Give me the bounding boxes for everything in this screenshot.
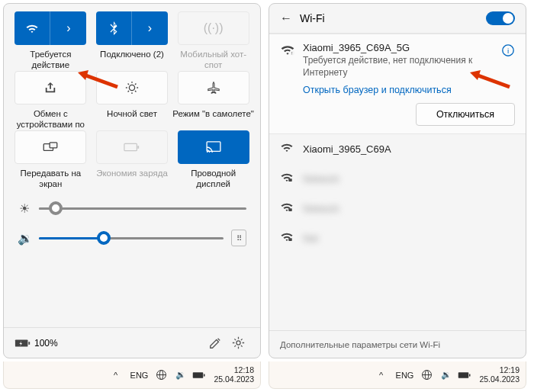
volume-tray-icon[interactable]: 🔉 (439, 370, 453, 380)
taskbar-clock[interactable]: 12:1925.04.2023 (479, 366, 520, 384)
battery-saver-tile[interactable] (96, 130, 168, 164)
night-light-label: Ночной свет (107, 109, 157, 130)
brightness-icon: ☀ (18, 201, 31, 216)
project-icon (43, 142, 58, 153)
chevron-right-icon: › (148, 21, 152, 35)
wifi-more-settings[interactable]: Дополнительные параметры сети Wi-Fi (269, 330, 526, 358)
quick-settings-footer: 100% (4, 327, 260, 358)
svg-line-8 (135, 84, 136, 85)
hotspot-tile-label: Мобильный хот-спот (172, 50, 254, 71)
nearby-share-label: Обмен с устройствами по (10, 109, 92, 130)
svg-rect-13 (207, 142, 220, 151)
wifi-tile[interactable]: › (14, 11, 86, 45)
info-icon[interactable]: i (501, 43, 515, 57)
language-indicator[interactable]: ENG (130, 371, 149, 380)
cast-tile[interactable] (178, 130, 249, 164)
bluetooth-tile[interactable]: › (96, 11, 168, 45)
svg-point-0 (129, 85, 134, 90)
svg-line-5 (128, 84, 129, 85)
quick-settings-panel: › Требуется действие › Подключено (2) ((… (3, 3, 261, 358)
wifi-network-item[interactable]: Net (269, 223, 526, 253)
tray-chevron-icon[interactable]: ^ (375, 371, 388, 380)
airplane-label: Режим "в самолете" (172, 109, 254, 130)
wifi-panel-title: Wi-Fi (300, 12, 478, 24)
volume-tray-icon[interactable]: 🔉 (174, 370, 188, 380)
svg-rect-12 (137, 146, 139, 149)
svg-rect-33 (469, 374, 471, 376)
wifi-icon (25, 23, 39, 34)
svg-rect-27 (193, 372, 204, 378)
svg-point-16 (236, 341, 240, 345)
audio-output-icon[interactable]: ⠿ (231, 230, 246, 246)
brightness-slider[interactable]: ☀ (4, 198, 260, 219)
hotspot-icon: ((·)) (204, 21, 224, 35)
wifi-network-item[interactable]: Network (269, 164, 526, 194)
svg-text:i: i (507, 47, 509, 55)
volume-icon: 🔉 (18, 231, 31, 246)
wifi-lock-icon (280, 231, 294, 242)
edit-button[interactable] (204, 332, 227, 355)
cast-label: Проводной дисплей (172, 169, 254, 190)
tray-chevron-icon[interactable]: ^ (109, 371, 123, 380)
taskbar-clock[interactable]: 12:1825.04.2023 (214, 366, 254, 384)
wifi-network-item[interactable]: Network (269, 194, 526, 223)
volume-slider[interactable]: 🔉 ⠿ (4, 227, 260, 249)
wifi-network-item[interactable]: Xiaomi_3965_C69A (269, 134, 526, 164)
wifi-panel: ← Wi-Fi ! i Xiaomi_3965_C69A_5G Требуетс… (269, 3, 526, 358)
wifi-icon (280, 142, 294, 153)
sun-icon (125, 81, 139, 95)
airplane-tile[interactable] (178, 71, 249, 104)
battery-leaf-icon (124, 143, 140, 152)
svg-rect-22 (288, 208, 292, 211)
svg-line-6 (135, 91, 136, 92)
wifi-disconnect-button[interactable]: Отключиться (416, 103, 515, 126)
wifi-network-name: Net (303, 233, 515, 244)
svg-rect-11 (124, 143, 137, 150)
bluetooth-icon (109, 21, 118, 35)
svg-line-7 (128, 91, 129, 92)
taskbar: ^ ENG 🔉 12:1825.04.2023 (3, 361, 261, 389)
back-button[interactable]: ← (280, 11, 292, 25)
battery-tray-icon[interactable] (192, 371, 206, 379)
project-tile[interactable] (14, 130, 86, 164)
svg-rect-10 (50, 143, 57, 148)
wifi-lock-icon (280, 172, 294, 182)
wifi-network-name: Network (303, 173, 515, 185)
svg-rect-15 (28, 342, 30, 345)
chevron-right-icon: › (66, 21, 70, 35)
battery-icon (14, 339, 31, 348)
hotspot-tile[interactable]: ((·)) (178, 11, 249, 45)
svg-rect-32 (458, 372, 469, 378)
battery-tray-icon[interactable] (458, 371, 471, 379)
wifi-tile-label: Требуется действие (10, 50, 92, 71)
wifi-toggle[interactable] (486, 11, 515, 25)
language-indicator[interactable]: ENG (396, 371, 414, 380)
cast-icon (206, 141, 221, 153)
network-tray-icon[interactable] (156, 369, 169, 381)
project-label: Передавать на экран (10, 169, 92, 190)
wifi-warning-icon: ! (280, 43, 295, 56)
wifi-network-name: Xiaomi_3965_C69A_5G (303, 42, 515, 53)
annotation-arrow (468, 70, 511, 90)
battery-percent: 100% (34, 338, 58, 349)
wifi-network-name: Network (303, 203, 515, 214)
airplane-icon (207, 81, 220, 95)
svg-rect-28 (204, 374, 205, 376)
network-tray-icon[interactable] (421, 369, 435, 381)
settings-button[interactable] (227, 332, 249, 355)
wifi-network-name: Xiaomi_3965_C69A (303, 143, 515, 155)
wifi-lock-icon (280, 201, 294, 212)
taskbar: ^ ENG 🔉 12:1925.04.2023 (269, 361, 526, 389)
svg-rect-21 (288, 178, 292, 182)
svg-rect-23 (288, 238, 292, 241)
share-icon (43, 82, 57, 94)
annotation-arrow (76, 70, 119, 90)
battery-saver-label: Экономия заряда (96, 169, 168, 190)
bluetooth-tile-label: Подключено (2) (100, 50, 164, 71)
